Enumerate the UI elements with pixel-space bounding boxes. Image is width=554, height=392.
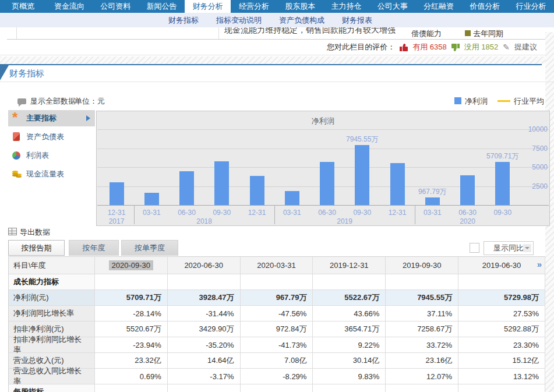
section-corner-flag (0, 65, 9, 80)
legend-line-label: 行业平均 (514, 96, 544, 107)
subnav-link-1[interactable]: 财务指标 (168, 15, 199, 26)
bar-06-30[interactable] (460, 175, 475, 205)
column-header-2020-09-30[interactable]: 2020-09-30 (95, 257, 168, 274)
bar-09-30[interactable] (355, 145, 369, 205)
nav-tab-9[interactable]: 公司大事 (369, 0, 415, 13)
table-cell: -41.73% (241, 337, 313, 353)
table-row-扣非净利润(元)[interactable]: 扣非净利润(元)5520.67万3429.90万972.84万3654.71万7… (9, 322, 545, 337)
sidebar-item-利润表[interactable]: 利润表 (8, 147, 95, 164)
bar-12-31[interactable] (110, 182, 124, 205)
useful-button[interactable]: 有用 6358 (412, 42, 447, 52)
export-data-button[interactable]: 导出数据 (20, 227, 50, 238)
nav-tab-1[interactable]: 页概览 (0, 0, 46, 13)
table-row-成长能力指标[interactable]: 成长能力指标 (9, 274, 545, 290)
x-axis-tick-label: 09-30 (345, 209, 380, 217)
table-row-扣非净利润同比增长率[interactable]: 扣非净利润同比增长率-23.94%-35.20%-41.73%9.22%33.7… (9, 337, 545, 353)
table-cell: -31.44% (168, 306, 241, 322)
table-cell: -23.94% (95, 337, 168, 353)
bar-03-31[interactable] (144, 193, 159, 205)
table-cell (386, 274, 458, 290)
dropdown-arrow-icon[interactable] (523, 244, 531, 252)
table-cell: 43.66% (313, 306, 386, 322)
nav-tab-5[interactable]: 财务分析 (185, 0, 231, 13)
show-yoy-select[interactable]: 显示同比 (484, 241, 534, 255)
subnav-link-2[interactable]: 指标变动说明 (216, 15, 262, 26)
bar-09-30[interactable] (495, 162, 510, 205)
top-nav: 页概览资金流向公司资料新闻公告财务分析经营分析股东股本主力持仓公司大事分红融资价… (0, 0, 554, 13)
nav-tab-2[interactable]: 资金流向 (46, 0, 92, 13)
sidebar-item-资产负债表[interactable]: 资产负债表 (8, 129, 95, 145)
table-cell: -3.17% (168, 369, 241, 384)
y-axis-tick-label: 10000 (518, 125, 548, 133)
column-header-2019-09-30[interactable]: 2019-09-30 (386, 257, 458, 274)
column-header-2019-12-31[interactable]: 2019-12-31 (313, 257, 386, 274)
nav-tab-3[interactable]: 公司资料 (93, 0, 139, 13)
show-all-data-link[interactable]: 显示全部数据 (30, 96, 76, 107)
gridline (97, 129, 549, 130)
column-header-2019-06-30[interactable]: 2019-06-30» (458, 257, 545, 274)
sidebar-item-label: 主要指标 (26, 113, 57, 123)
year-divider (134, 205, 135, 224)
table-cell: 5709.71万 (95, 290, 168, 306)
useless-button[interactable]: 没用 1852 (464, 42, 499, 52)
table-cell: 5522.67万 (313, 290, 386, 306)
solvency-label: 偿债能力 (411, 29, 442, 39)
row-label: 每股指标 (9, 384, 95, 392)
selected-arrow-icon (86, 115, 90, 121)
y-axis-tick-label: 2500 (518, 182, 548, 190)
last-year-legend-swatch (465, 30, 471, 36)
tab-by-report-period[interactable]: 按报告期 (8, 240, 65, 256)
table-row-营业总收入同比增长率[interactable]: 营业总收入同比增长率0.69%-3.17%-8.29%9.83%12.07%13… (9, 369, 545, 384)
year-label-2018: 2018 (187, 217, 222, 225)
table-cell: 5729.98万 (458, 290, 545, 306)
nav-tab-4[interactable]: 新闻公告 (139, 0, 185, 13)
sidebar-item-主要指标[interactable]: 主要指标 (8, 110, 95, 126)
bar-03-31[interactable] (285, 191, 299, 205)
bar-06-30[interactable] (179, 171, 194, 205)
bar-12-31[interactable] (390, 163, 405, 205)
table-cell: 7258.67万 (386, 322, 458, 337)
nav-tab-7[interactable]: 股东股本 (277, 0, 323, 13)
nav-tab-12[interactable]: 行业分析 (508, 0, 554, 13)
legend-bar-label: 净利润 (465, 96, 488, 107)
table-row-净利润同比增长率[interactable]: 净利润同比增长率-28.14%-31.44%-47.56%43.66%37.11… (9, 306, 545, 322)
table-cell (313, 384, 386, 392)
sub-nav: 财务指标指标变动说明资产负债构成财务报表 (0, 13, 554, 27)
pie-chart-icon (12, 151, 22, 160)
table-row-营业总收入(元)[interactable]: 营业总收入(元)23.32亿14.64亿7.08亿30.14亿23.16亿15.… (9, 353, 545, 369)
thumb-up-icon[interactable] (400, 44, 408, 51)
bar-09-30[interactable] (214, 161, 229, 205)
bar-03-31[interactable] (425, 197, 440, 205)
show-yoy-checkbox[interactable] (470, 243, 479, 253)
subnav-link-4[interactable]: 财务报表 (342, 15, 372, 26)
column-header-label: 2019-06-30 (482, 261, 521, 270)
column-header-2020-06-30[interactable]: 2020-06-30 (168, 257, 241, 274)
legend-line-swatch (497, 100, 510, 102)
next-columns-icon[interactable]: » (537, 259, 542, 269)
column-header-2020-03-31[interactable]: 2020-03-31 (241, 257, 313, 274)
table-row-每股指标[interactable]: 每股指标 (9, 384, 545, 392)
nav-tab-10[interactable]: 分红融资 (415, 0, 461, 13)
gridline (97, 149, 549, 149)
table-row-净利润(元)[interactable]: 净利润(元)5709.71万3928.47万967.79万5522.67万794… (9, 290, 545, 306)
sidebar-item-现金流量表[interactable]: 现金流量表 (8, 166, 95, 182)
table-cell: 12.07% (386, 369, 458, 384)
nav-tab-11[interactable]: 价值分析 (462, 0, 508, 13)
year-label-2017: 2017 (99, 217, 134, 225)
thumb-down-icon[interactable] (451, 44, 460, 51)
x-axis-tick-label: 12-31 (99, 209, 134, 217)
subnav-link-3[interactable]: 资产负债构成 (279, 15, 324, 26)
suggest-link[interactable]: 提建议 (514, 42, 537, 52)
page-title: 财务指标 (9, 68, 44, 79)
tab-by-single-quarter[interactable]: 按单季度 (121, 240, 178, 256)
nav-tab-8[interactable]: 主力持仓 (323, 0, 369, 13)
table-cell: 14.64亿 (168, 353, 241, 369)
bar-06-30[interactable] (320, 162, 334, 205)
nav-tab-6[interactable]: 经营分析 (231, 0, 277, 13)
tab-by-year[interactable]: 按年度 (69, 240, 119, 256)
bar-12-31[interactable] (250, 176, 264, 205)
divider (218, 27, 219, 40)
x-axis-tick-label: 03-31 (415, 209, 450, 217)
table-cell (168, 384, 241, 392)
table-cell: -8.29% (241, 369, 313, 384)
